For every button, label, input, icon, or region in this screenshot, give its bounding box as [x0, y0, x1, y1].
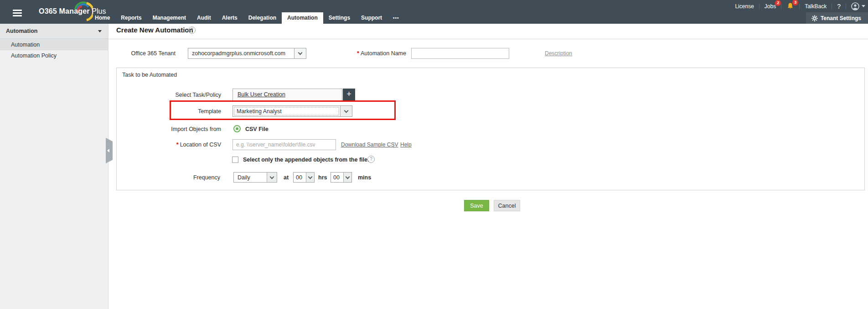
csv-file-radio[interactable]: [233, 125, 241, 132]
chevron-down-icon: [98, 30, 102, 32]
appended-help-icon[interactable]: ?: [367, 156, 375, 163]
csv-location-input[interactable]: [232, 139, 336, 150]
jobs-link[interactable]: Jobs 2: [765, 3, 776, 10]
chevron-down-icon: [294, 48, 306, 58]
add-task-button[interactable]: +: [343, 89, 355, 101]
tab-reports[interactable]: Reports: [115, 12, 147, 24]
save-button[interactable]: Save: [464, 200, 489, 211]
csv-file-option-label: CSV File: [245, 126, 269, 132]
sidebar-collapse-handle[interactable]: [106, 138, 113, 163]
chevron-down-icon: [267, 173, 277, 182]
talkback-link[interactable]: TalkBack: [805, 3, 827, 10]
chevron-down-icon: [862, 5, 865, 7]
cancel-button[interactable]: Cancel: [494, 200, 520, 211]
sidebar-item-automation-policy[interactable]: Automation Policy: [0, 50, 108, 62]
gear-icon: [811, 15, 818, 21]
page-title: Create New Automation: [116, 26, 193, 34]
page-help-icon[interactable]: ?: [188, 26, 196, 34]
chevron-left-icon: [107, 149, 109, 152]
required-marker: *: [176, 141, 179, 148]
user-account-menu[interactable]: [851, 2, 865, 10]
appended-objects-label: Select only the appended objects from th…: [243, 157, 369, 163]
tab-delegation[interactable]: Delegation: [243, 12, 282, 24]
download-sample-csv-link[interactable]: Download Sample CSV: [341, 141, 398, 148]
mins-label: mins: [358, 174, 371, 181]
tenant-select[interactable]: zohocorpadmgrplus.onmicrosoft.com: [188, 48, 306, 59]
notifications-badge: 3: [792, 0, 798, 5]
utility-bar: License Jobs 2 3 TalkBack ?: [735, 0, 865, 12]
tab-overflow-menu[interactable]: •••: [388, 12, 405, 24]
app-logo: O365 Manager Plus: [39, 7, 106, 16]
hours-select[interactable]: 00: [293, 172, 315, 183]
task-panel-title: Task to be Automated: [122, 72, 177, 78]
required-marker: *: [357, 50, 359, 57]
tab-alerts[interactable]: Alerts: [217, 12, 243, 24]
task-policy-label: Select Task/Policy: [160, 92, 221, 98]
chevron-down-icon: [306, 173, 314, 182]
brand-suffix: Plus: [92, 7, 106, 15]
jobs-badge: 2: [775, 0, 781, 6]
frequency-label: Frequency: [160, 174, 220, 181]
license-link[interactable]: License: [735, 3, 754, 10]
top-header: O365 Manager Plus License Jobs 2 3 TalkB…: [0, 0, 868, 24]
tab-support[interactable]: Support: [356, 12, 388, 24]
minutes-select[interactable]: 00: [331, 172, 352, 183]
hamburger-menu-icon[interactable]: [13, 10, 22, 18]
appended-objects-checkbox[interactable]: [232, 157, 238, 163]
tab-automation[interactable]: Automation: [282, 12, 323, 24]
notifications-bell-icon[interactable]: 3: [786, 2, 794, 10]
main-navigation: Home Reports Management Audit Alerts Del…: [89, 12, 405, 24]
tenant-settings-button[interactable]: Tenant Settings: [806, 12, 868, 24]
template-select[interactable]: Marketing Analyst: [232, 105, 352, 117]
tenant-label: Office 365 Tenant: [109, 50, 176, 57]
template-label: Template: [160, 108, 221, 115]
tab-management[interactable]: Management: [147, 12, 191, 24]
brand-name: O365 Manager: [39, 7, 90, 15]
task-panel: [116, 68, 865, 190]
tab-audit[interactable]: Audit: [191, 12, 217, 24]
hrs-label: hrs: [318, 174, 327, 181]
user-avatar-icon: [851, 2, 859, 10]
automation-name-input[interactable]: [411, 48, 509, 59]
chevron-down-icon: [343, 173, 351, 182]
chevron-down-icon: [340, 106, 352, 116]
help-link[interactable]: Help: [400, 141, 412, 148]
links-separator: |: [393, 141, 394, 148]
help-menu[interactable]: ?: [837, 3, 841, 10]
frequency-select[interactable]: Daily: [233, 172, 277, 183]
tab-settings[interactable]: Settings: [323, 12, 356, 24]
csv-location-label: *Location of CSV: [160, 141, 221, 148]
import-objects-label: Import Objects from: [160, 126, 221, 132]
task-policy-field[interactable]: Bulk User Creation: [232, 89, 342, 101]
sidebar-item-automation[interactable]: Automation: [0, 39, 108, 50]
at-label: at: [284, 174, 289, 181]
description-link[interactable]: Description: [545, 50, 572, 57]
sidebar: Automation Automation Automation Policy: [0, 24, 108, 309]
sidebar-module-dropdown[interactable]: Automation: [0, 24, 108, 39]
automation-name-label: *Automation Name: [349, 50, 406, 57]
title-divider: [108, 39, 868, 39]
